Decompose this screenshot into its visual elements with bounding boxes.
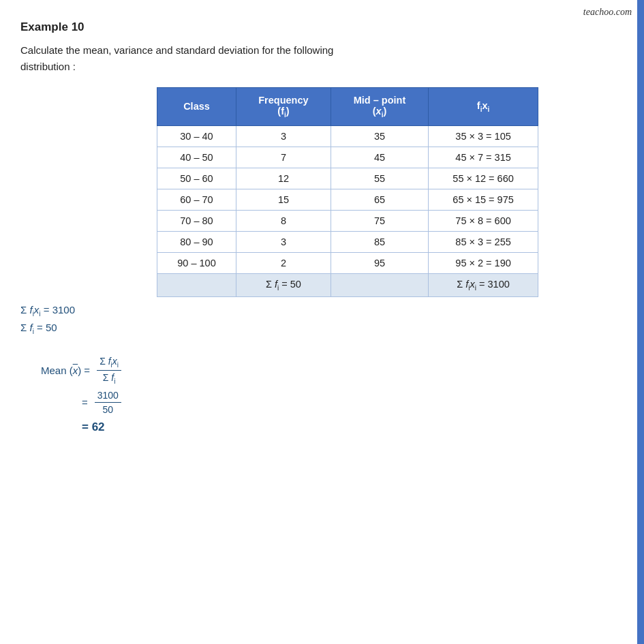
example-title: Example 10 xyxy=(20,20,624,34)
cell-fixi-2: 45 × 7 = 315 xyxy=(429,147,538,168)
col-header-fixi: fixi xyxy=(429,88,538,126)
mean-denom-symbol: Σ fi xyxy=(100,371,119,385)
table-row: 40 – 50 7 45 45 × 7 = 315 xyxy=(157,147,538,168)
table-row: 70 – 80 8 75 75 × 8 = 600 xyxy=(157,210,538,231)
cell-freq-5: 8 xyxy=(236,210,331,231)
cell-freq-2: 7 xyxy=(236,147,331,168)
mean-label: Mean (x) = xyxy=(41,365,90,376)
cell-class-1: 30 – 40 xyxy=(157,125,236,147)
mean-equals: = xyxy=(82,397,88,408)
mean-fraction-values: 3100 50 xyxy=(95,390,121,415)
cell-freq-6: 3 xyxy=(236,231,331,252)
side-bar xyxy=(637,0,644,644)
problem-line2: distribution : xyxy=(20,61,76,72)
cell-mid-7: 95 xyxy=(331,252,428,273)
mean-section: Mean (x) = Σ fixi Σ fi = 3100 50 = 62 xyxy=(41,356,624,435)
table-row: 90 – 100 2 95 95 × 2 = 190 xyxy=(157,252,538,273)
mean-numer-value: 3100 xyxy=(95,390,121,403)
cell-fixi-7: 95 × 2 = 190 xyxy=(429,252,538,273)
mean-values-line: = 3100 50 xyxy=(82,390,624,415)
table-row: 60 – 70 15 65 65 × 15 = 975 xyxy=(157,189,538,210)
cell-freq-7: 2 xyxy=(236,252,331,273)
table-row: 50 – 60 12 55 55 × 12 = 660 xyxy=(157,168,538,189)
cell-fixi-5: 75 × 8 = 600 xyxy=(429,210,538,231)
data-table: Class Frequency(fi) Mid – point(xi) fixi… xyxy=(157,87,538,297)
summary-mid xyxy=(331,273,428,296)
col-header-class: Class xyxy=(157,88,236,126)
mean-result: = 62 xyxy=(82,420,624,434)
cell-mid-6: 85 xyxy=(331,231,428,252)
summary-row: Σ fi = 50 Σ fixi = 3100 xyxy=(157,273,538,296)
summary-fixi: Σ fixi = 3100 xyxy=(429,273,538,296)
cell-class-6: 80 – 90 xyxy=(157,231,236,252)
cell-mid-1: 35 xyxy=(331,125,428,147)
cell-class-2: 40 – 50 xyxy=(157,147,236,168)
cell-mid-2: 45 xyxy=(331,147,428,168)
cell-class-5: 70 – 80 xyxy=(157,210,236,231)
sum-fixi-text: Σ fixi = 3100 xyxy=(20,304,624,318)
summary-class xyxy=(157,273,236,296)
cell-freq-1: 3 xyxy=(236,125,331,147)
cell-class-3: 50 – 60 xyxy=(157,168,236,189)
mean-denom-value: 50 xyxy=(100,403,117,415)
table-row: 30 – 40 3 35 35 × 3 = 105 xyxy=(157,125,538,147)
table-container: Class Frequency(fi) Mid – point(xi) fixi… xyxy=(157,87,624,297)
mean-fraction-symbol: Σ fixi Σ fi xyxy=(97,356,121,385)
table-row: 80 – 90 3 85 85 × 3 = 255 xyxy=(157,231,538,252)
cell-fixi-6: 85 × 3 = 255 xyxy=(429,231,538,252)
cell-fixi-3: 55 × 12 = 660 xyxy=(429,168,538,189)
cell-mid-5: 75 xyxy=(331,210,428,231)
problem-text: Calculate the mean, variance and standar… xyxy=(20,42,624,75)
cell-class-7: 90 – 100 xyxy=(157,252,236,273)
col-header-frequency: Frequency(fi) xyxy=(236,88,331,126)
cell-freq-4: 15 xyxy=(236,189,331,210)
sum-fi-text: Σ fi = 50 xyxy=(20,322,624,335)
summary-fi: Σ fi = 50 xyxy=(236,273,331,296)
cell-fixi-1: 35 × 3 = 105 xyxy=(429,125,538,147)
cell-class-4: 60 – 70 xyxy=(157,189,236,210)
cell-fixi-4: 65 × 15 = 975 xyxy=(429,189,538,210)
col-header-midpoint: Mid – point(xi) xyxy=(331,88,428,126)
cell-freq-3: 12 xyxy=(236,168,331,189)
cell-mid-3: 55 xyxy=(331,168,428,189)
mean-numer-symbol: Σ fixi xyxy=(97,356,121,371)
brand-logo: teachoo.com xyxy=(583,7,632,18)
cell-mid-4: 65 xyxy=(331,189,428,210)
problem-line1: Calculate the mean, variance and standar… xyxy=(20,44,333,56)
mean-formula-line: Mean (x) = Σ fixi Σ fi xyxy=(41,356,624,385)
sum-section: Σ fixi = 3100 Σ fi = 50 xyxy=(20,304,624,335)
